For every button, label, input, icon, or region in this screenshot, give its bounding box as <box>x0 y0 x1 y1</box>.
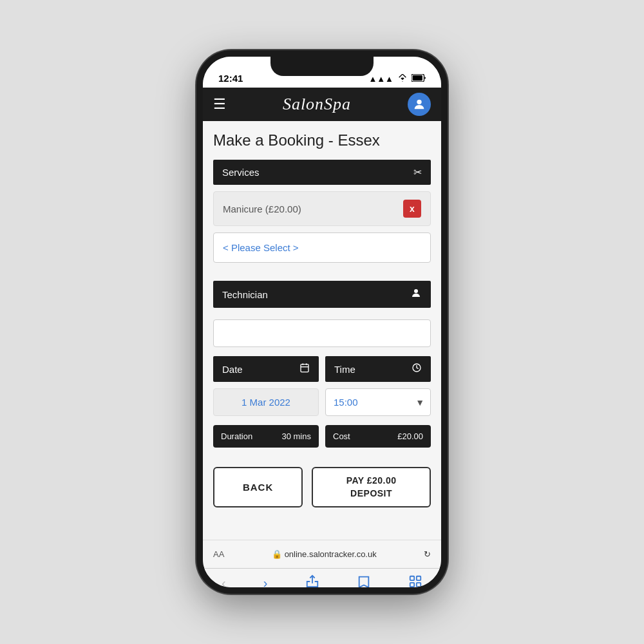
services-header: Services ✂ <box>213 160 431 185</box>
svg-rect-10 <box>417 576 421 580</box>
reload-icon[interactable]: ↻ <box>424 549 431 559</box>
wifi-icon <box>397 74 408 84</box>
date-time-row: Date 1 Mar 2022 Time <box>213 356 431 416</box>
menu-icon[interactable]: ☰ <box>213 96 226 113</box>
notch <box>270 57 374 76</box>
services-icon: ✂ <box>413 166 422 178</box>
time-header: Time <box>325 356 431 382</box>
forward-nav-button[interactable]: › <box>258 576 273 591</box>
duration-block: Duration 30 mins <box>213 425 319 448</box>
date-title: Date <box>222 364 243 375</box>
services-section: Services ✂ Manicure (£20.00) x < Please … <box>213 160 431 272</box>
time-title: Time <box>334 364 355 375</box>
technician-section: Technician Laura <box>213 281 431 347</box>
duration-label: Duration <box>221 431 252 441</box>
time-block: Time 14:00 14:30 15:00 15:30 16:0 <box>325 356 431 416</box>
url-text: online.salontracker.co.uk <box>285 549 377 559</box>
svg-rect-12 <box>417 583 421 587</box>
signal-icon: ▲▲▲ <box>368 74 393 84</box>
date-block: Date 1 Mar 2022 <box>213 356 319 416</box>
service-name: Manicure (£20.00) <box>223 204 301 214</box>
date-icon <box>299 363 310 375</box>
browser-bar: AA 🔒 online.salontracker.co.uk ↻ <box>203 540 441 568</box>
pay-button[interactable]: PAY £20.00DEPOSIT <box>312 467 431 507</box>
font-size-control[interactable]: AA <box>213 549 224 559</box>
date-header: Date <box>213 356 319 382</box>
time-icon <box>412 363 422 375</box>
lock-icon: 🔒 <box>272 549 282 559</box>
svg-rect-11 <box>410 583 414 587</box>
technician-input[interactable]: Laura <box>213 319 431 347</box>
app-logo: SalonSpa <box>283 95 351 114</box>
page-title: Make a Booking - Essex <box>213 131 431 149</box>
status-icons: ▲▲▲ <box>368 74 426 84</box>
technician-title: Technician <box>222 289 268 300</box>
please-select-button[interactable]: < Please Select > <box>213 232 431 263</box>
user-avatar[interactable] <box>408 93 431 116</box>
bookmarks-button[interactable] <box>352 574 376 592</box>
cost-label: Cost <box>333 431 350 441</box>
cost-value: £20.00 <box>397 431 423 441</box>
date-input[interactable]: 1 Mar 2022 <box>213 388 319 416</box>
technician-header: Technician <box>213 281 431 308</box>
svg-rect-9 <box>410 576 414 580</box>
technician-icon <box>410 287 422 301</box>
back-button[interactable]: BACK <box>213 467 303 507</box>
svg-point-2 <box>417 100 421 104</box>
service-item: Manicure (£20.00) x <box>213 191 431 226</box>
nav-bar: ☰ SalonSpa <box>203 88 441 121</box>
time-select-wrapper: 14:00 14:30 15:00 15:30 16:00 ▼ <box>325 388 431 416</box>
back-nav-button[interactable]: ‹ <box>216 576 231 591</box>
main-content: Make a Booking - Essex Services ✂ Manicu… <box>203 121 441 540</box>
cost-block: Cost £20.00 <box>325 425 431 448</box>
url-bar[interactable]: 🔒 online.salontracker.co.uk <box>272 549 377 559</box>
svg-rect-4 <box>301 365 308 372</box>
action-buttons: BACK PAY £20.00DEPOSIT <box>213 460 431 511</box>
remove-service-button[interactable]: x <box>403 200 421 218</box>
status-time: 12:41 <box>218 73 243 84</box>
svg-point-3 <box>414 289 418 293</box>
safari-toolbar: ‹ › <box>203 568 441 594</box>
duration-value: 30 mins <box>281 431 311 441</box>
phone-frame: 12:41 ▲▲▲ ☰ SalonSpa <box>196 50 448 594</box>
share-button[interactable] <box>300 574 325 592</box>
duration-cost-row: Duration 30 mins Cost £20.00 <box>213 425 431 448</box>
services-title: Services <box>222 167 260 178</box>
tabs-button[interactable] <box>403 574 428 592</box>
time-select[interactable]: 14:00 14:30 15:00 15:30 16:00 <box>325 388 431 416</box>
battery-icon <box>412 74 426 84</box>
svg-rect-1 <box>413 75 422 80</box>
